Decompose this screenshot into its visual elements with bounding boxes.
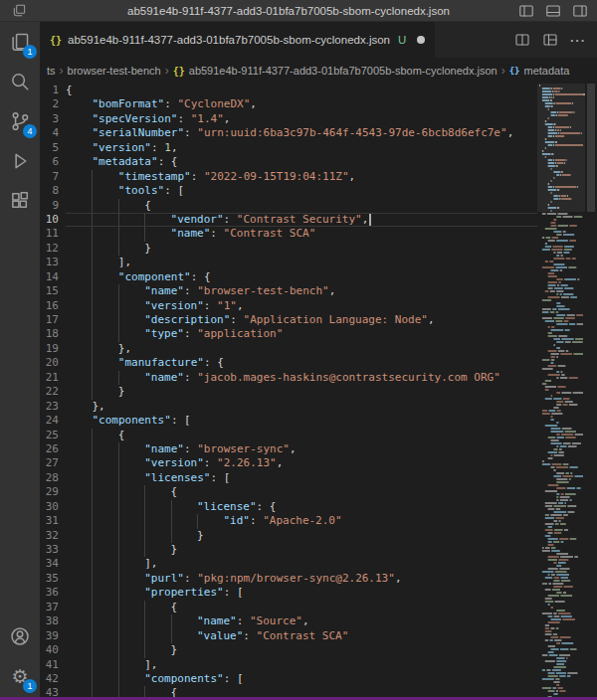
- code-line-32[interactable]: 32}: [40, 529, 537, 543]
- code-line-3[interactable]: 3"specVersion": "1.4",: [40, 112, 537, 126]
- line-number[interactable]: 28: [40, 471, 66, 485]
- line-number[interactable]: 31: [40, 514, 66, 528]
- activity-item-explorer[interactable]: 1: [0, 22, 40, 62]
- line-number[interactable]: 3: [40, 112, 66, 126]
- toggle-secondary-sidebar-button[interactable]: [571, 2, 589, 20]
- breadcrumb-item[interactable]: {}ab591e4b-911f-4377-add3-01bfa7b7005b-s…: [173, 65, 498, 77]
- breadcrumb-item[interactable]: browser-test-bench: [68, 65, 161, 77]
- line-number[interactable]: 37: [40, 601, 66, 614]
- code-line-16[interactable]: 16"version": "1",: [40, 299, 537, 313]
- code-line-41[interactable]: 41],: [40, 658, 537, 672]
- split-editor-button[interactable]: [513, 31, 531, 49]
- code-line-39[interactable]: 39"value": "Contrast SCA": [40, 629, 537, 643]
- line-number[interactable]: 9: [40, 199, 66, 213]
- line-number[interactable]: 23: [40, 400, 66, 414]
- line-number[interactable]: 12: [40, 242, 66, 256]
- code-line-5[interactable]: 5"version": 1,: [40, 141, 537, 155]
- code-line-26[interactable]: 26"name": "browser-sync",: [40, 442, 537, 456]
- code-line-37[interactable]: 37{: [40, 601, 537, 614]
- code-area[interactable]: 1{2"bomFormat": "CycloneDX",3"specVersio…: [40, 84, 537, 700]
- code-line-8[interactable]: 8"tools": [: [40, 184, 537, 198]
- code-line-10[interactable]: 10"vendor": "Contrast Security",: [40, 213, 537, 227]
- code-line-42[interactable]: 42"components": [: [40, 672, 537, 686]
- line-number[interactable]: 22: [40, 385, 66, 399]
- line-number[interactable]: 36: [40, 586, 66, 600]
- code-line-31[interactable]: 31"id": "Apache-2.0": [40, 514, 537, 528]
- breadcrumb-item[interactable]: ts: [47, 65, 56, 77]
- line-number[interactable]: 17: [40, 313, 66, 327]
- activity-item-extensions[interactable]: [0, 181, 40, 221]
- line-number[interactable]: 16: [40, 299, 66, 313]
- line-number[interactable]: 8: [40, 184, 66, 198]
- code-line-15[interactable]: 15"name": "browser-test-bench",: [40, 284, 537, 298]
- code-line-12[interactable]: 12}: [40, 242, 537, 256]
- code-line-11[interactable]: 11"name": "Contrast SCA": [40, 227, 537, 241]
- code-line-2[interactable]: 2"bomFormat": "CycloneDX",: [40, 97, 537, 111]
- code-line-6[interactable]: 6"metadata": {: [40, 155, 537, 169]
- breadcrumb-item[interactable]: {}metadata: [509, 65, 570, 77]
- code-line-7[interactable]: 7"timestamp": "2022-09-15T19:04:11Z",: [40, 170, 537, 184]
- tab-sbom-json[interactable]: {} ab591e4b-911f-4377-add3-01bfa7b7005b-…: [40, 22, 435, 58]
- line-number[interactable]: 5: [40, 141, 66, 155]
- code-line-40[interactable]: 40}: [40, 643, 537, 657]
- code-line-4[interactable]: 4"serialNumber": "urn:uuid:6ba3c97b-464f…: [40, 126, 537, 140]
- code-line-21[interactable]: 21"name": "jacob.mages-haskins@contrasts…: [40, 371, 537, 385]
- code-line-13[interactable]: 13],: [40, 256, 537, 269]
- code-line-20[interactable]: 20"manufacture": {: [40, 356, 537, 370]
- line-number[interactable]: 30: [40, 500, 66, 514]
- code-line-38[interactable]: 38"name": "Source",: [40, 614, 537, 628]
- line-number[interactable]: 32: [40, 529, 66, 543]
- minimap-slider[interactable]: [537, 84, 585, 212]
- line-number[interactable]: 15: [40, 284, 66, 298]
- line-number[interactable]: 11: [40, 227, 66, 241]
- line-number[interactable]: 40: [40, 643, 66, 657]
- code-line-27[interactable]: 27"version": "2.26.13",: [40, 456, 537, 470]
- minimap[interactable]: [537, 84, 585, 700]
- code-line-23[interactable]: 23},: [40, 400, 537, 414]
- line-number[interactable]: 35: [40, 572, 66, 586]
- code-line-14[interactable]: 14"component": {: [40, 270, 537, 284]
- line-number[interactable]: 1: [40, 84, 66, 97]
- activity-item-search[interactable]: [0, 62, 40, 101]
- line-number[interactable]: 14: [40, 270, 66, 284]
- vertical-scrollbar[interactable]: [585, 84, 597, 700]
- code-line-30[interactable]: 30"license": {: [40, 500, 537, 514]
- line-number[interactable]: 19: [40, 342, 66, 356]
- line-number[interactable]: 2: [40, 97, 66, 111]
- code-line-1[interactable]: 1{: [40, 84, 537, 97]
- more-actions-button[interactable]: ···: [569, 31, 587, 49]
- line-number[interactable]: 6: [40, 155, 66, 169]
- code-line-9[interactable]: 9{: [40, 199, 537, 213]
- line-number[interactable]: 25: [40, 429, 66, 442]
- code-line-34[interactable]: 34],: [40, 557, 537, 571]
- activity-item-accounts[interactable]: [0, 616, 40, 656]
- line-number[interactable]: 10: [40, 213, 66, 227]
- line-number[interactable]: 39: [40, 629, 66, 643]
- code-line-19[interactable]: 19},: [40, 342, 537, 356]
- line-number[interactable]: 4: [40, 126, 66, 140]
- line-number[interactable]: 13: [40, 256, 66, 269]
- line-number[interactable]: 41: [40, 658, 66, 672]
- code-line-25[interactable]: 25{: [40, 429, 537, 442]
- activity-item-run-and-debug[interactable]: [0, 141, 40, 181]
- toggle-primary-sidebar-button[interactable]: [517, 2, 535, 20]
- line-number[interactable]: 27: [40, 456, 66, 470]
- code-line-36[interactable]: 36"properties": [: [40, 586, 537, 600]
- line-number[interactable]: 24: [40, 414, 66, 428]
- line-number[interactable]: 20: [40, 356, 66, 370]
- line-number[interactable]: 33: [40, 543, 66, 557]
- code-line-24[interactable]: 24"components": [: [40, 414, 537, 428]
- code-line-22[interactable]: 22}: [40, 385, 537, 399]
- toggle-panel-button[interactable]: [544, 2, 562, 20]
- code-line-18[interactable]: 18"type": "application": [40, 327, 537, 341]
- code-line-17[interactable]: 17"description": "Application Language: …: [40, 313, 537, 327]
- line-number[interactable]: 26: [40, 442, 66, 456]
- toggle-layout-button[interactable]: [541, 31, 559, 49]
- code-line-29[interactable]: 29{: [40, 485, 537, 499]
- line-number[interactable]: 34: [40, 557, 66, 571]
- code-line-28[interactable]: 28"licenses": [: [40, 471, 537, 485]
- line-number[interactable]: 38: [40, 614, 66, 628]
- activity-item-manage[interactable]: ⚙1: [0, 656, 40, 696]
- line-number[interactable]: 7: [40, 170, 66, 184]
- code-line-33[interactable]: 33}: [40, 543, 537, 557]
